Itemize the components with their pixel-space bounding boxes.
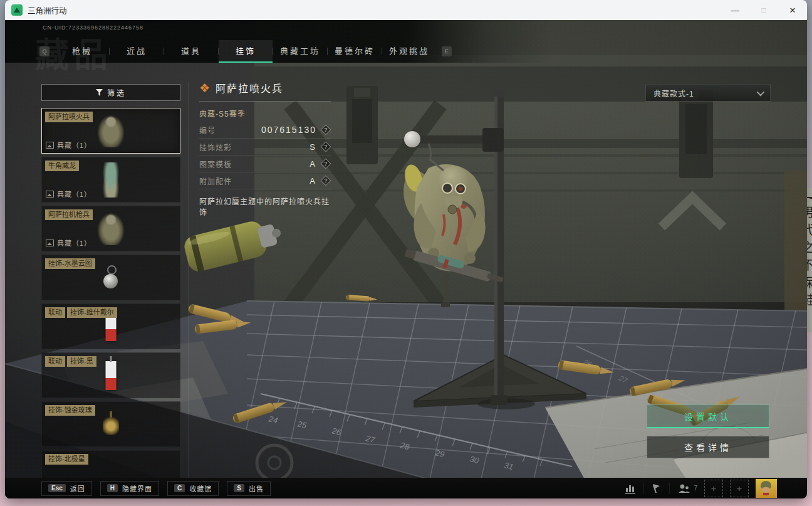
list-item-ink-cloud[interactable]: 挂饰-水墨云图 — [41, 255, 180, 300]
title-bar: 三角洲行动 — □ ✕ — [5, 0, 807, 20]
view-details-button[interactable]: 查看详情 — [647, 436, 769, 458]
maximize-button[interactable]: □ — [749, 0, 778, 20]
set-default-button[interactable]: 设置默认 — [647, 404, 769, 428]
item-name-chip: 牛角威龙 — [45, 161, 79, 171]
tab-items[interactable]: 道具 — [164, 40, 218, 63]
collection-icon — [46, 240, 54, 246]
chevron-down-icon — [757, 88, 765, 96]
tab-appearance-challenge[interactable]: 外观挑战 — [382, 40, 436, 63]
minimize-button[interactable]: — — [721, 0, 749, 20]
pendant-thumbnail — [100, 162, 122, 198]
pendant-list: 阿萨拉喷火兵 典藏（1） 牛角威龙 典藏（1） — [41, 108, 180, 478]
item-name-chip: 挂饰-黑 — [67, 356, 96, 367]
detail-row-accessory: 附加配件 A ? — [199, 172, 331, 189]
style-dropdown-value: 典藏款式-1 — [646, 88, 694, 98]
item-name-chip: 挂饰-维什戴尔 — [67, 307, 117, 318]
item-name-chip: 挂饰-蚀金玫瑰 — [45, 405, 95, 416]
pendant-description: 阿萨拉幻蜃主题中的阿萨拉喷火兵挂饰 — [199, 196, 331, 217]
collab-chip: 联动 — [45, 307, 65, 318]
filter-label: 筛选 — [107, 87, 126, 98]
list-item-black[interactable]: 联动 挂饰-黑 — [41, 352, 180, 398]
esc-key-icon: Esc — [48, 484, 66, 492]
close-button[interactable]: ✕ — [778, 0, 807, 20]
category-tabs: Q 枪械 近战 道具 挂饰 典藏工坊 曼德尔砖 外观挑战 E — [34, 40, 457, 63]
pendant-detail-panel: ❖ 阿萨拉喷火兵 典藏-S5赛季 编号 007615130 ? 挂饰炫彩 S ? — [199, 80, 331, 217]
flag-icon[interactable] — [651, 483, 662, 494]
tab-weapons[interactable]: 枪械 — [55, 40, 109, 63]
pendant-list-sidebar: 筛选 阿萨拉喷火兵 典藏（1） 牛角威龙 — [41, 84, 180, 478]
tab-collection-workshop[interactable]: 典藏工坊 — [273, 40, 327, 63]
tab-pendants[interactable]: 挂饰 — [219, 40, 273, 63]
window-title: 三角洲行动 — [28, 4, 67, 16]
sidebar-divider — [188, 83, 189, 478]
tab-next-key-icon: E — [442, 46, 452, 56]
filter-button[interactable]: 筛选 — [41, 84, 180, 101]
item-name-chip: 挂饰-北极星 — [45, 454, 88, 465]
list-item-asala-gunner[interactable]: 阿萨拉机枪兵 典藏（1） — [41, 206, 180, 251]
pendant-thumbnail — [103, 265, 119, 290]
wallpaper-text-sliver: 【男代之不保鞋 — [807, 188, 812, 332]
friends-icon[interactable]: 7 — [677, 483, 697, 494]
filter-icon — [96, 89, 103, 96]
help-icon[interactable]: ? — [321, 159, 331, 169]
s-key-icon: S — [234, 484, 244, 492]
collection-badge: 典藏（1） — [46, 189, 91, 199]
help-icon[interactable]: ? — [321, 176, 331, 186]
detail-row-colorway: 挂饰炫彩 S ? — [199, 139, 331, 155]
detail-row-serial: 编号 007615130 ? — [199, 122, 331, 139]
detail-divider — [199, 101, 331, 102]
list-item-etched-gold-rose[interactable]: 挂饰-蚀金玫瑰 — [41, 401, 180, 447]
collection-badge: 典藏（1） — [46, 238, 91, 248]
season-label: 典藏-S5赛季 — [199, 108, 331, 119]
c-key-icon: C — [174, 484, 185, 492]
icon-separator — [669, 483, 670, 494]
pendant-thumbnail — [97, 115, 125, 147]
icon-separator — [643, 483, 644, 494]
pendant-thumbnail — [103, 414, 119, 435]
friends-count: 7 — [694, 485, 697, 492]
help-icon[interactable]: ? — [321, 142, 331, 152]
item-name-chip: 挂饰-水墨云图 — [45, 258, 95, 269]
app-logo-icon — [11, 4, 23, 16]
collection-icon — [46, 191, 54, 198]
item-name-chip: 阿萨拉机枪兵 — [45, 209, 93, 220]
item-name-chip: 阿萨拉喷火兵 — [45, 112, 93, 122]
pendant-thumbnail — [106, 361, 117, 390]
list-item-horned-dragon[interactable]: 牛角威龙 典藏（1） — [41, 157, 180, 203]
list-item-wisadel[interactable]: 联动 挂饰-维什戴尔 — [41, 303, 180, 349]
app-window: 三角洲行动 — □ ✕ — [5, 0, 807, 498]
detail-row-pattern: 图案模板 A ? — [199, 155, 331, 172]
list-item-asala-flamethrower[interactable]: 阿萨拉喷火兵 典藏（1） — [41, 108, 180, 154]
pendant-ornament-icon: ❖ — [199, 82, 210, 94]
tab-mandel-brick[interactable]: 曼德尔砖 — [328, 40, 382, 63]
bottom-bar: Esc 返回 H 隐藏界面 C 收藏馆 S 出售 — [5, 478, 807, 498]
hint-return[interactable]: Esc 返回 — [41, 481, 92, 496]
collection-badge: 典藏（1） — [46, 140, 91, 150]
hint-hide-ui[interactable]: H 隐藏界面 — [100, 481, 159, 496]
collection-icon — [46, 142, 54, 149]
game-viewport: 24 25 26 27 28 29 30 31 26 27 28 29 30 — [5, 20, 807, 498]
pendant-thumbnail — [97, 213, 125, 245]
tab-prev-key-icon: Q — [39, 46, 49, 56]
avatar-emote[interactable] — [756, 479, 777, 498]
collab-chip: 联动 — [45, 356, 65, 367]
help-icon[interactable]: ? — [321, 125, 331, 135]
pendant-title: 阿萨拉喷火兵 — [216, 80, 283, 95]
style-dropdown[interactable]: 典藏款式-1 — [645, 84, 771, 102]
empty-slot-button[interactable]: + — [730, 480, 749, 497]
hint-gallery[interactable]: C 收藏馆 — [167, 481, 219, 496]
stats-icon[interactable] — [624, 483, 637, 494]
list-item-polaris[interactable]: 挂饰-北极星 — [41, 450, 180, 478]
h-key-icon: H — [107, 484, 118, 492]
tab-melee[interactable]: 近战 — [110, 40, 164, 63]
empty-slot-button[interactable]: + — [704, 480, 723, 497]
hint-sell[interactable]: S 出售 — [227, 481, 271, 496]
